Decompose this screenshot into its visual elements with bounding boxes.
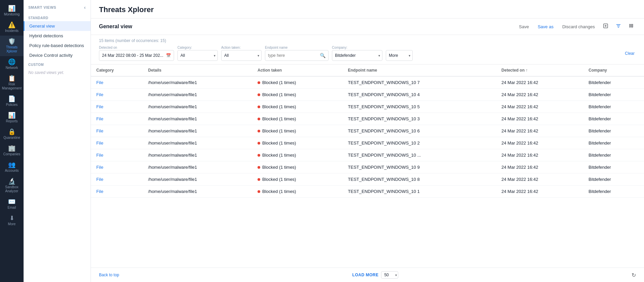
table-row[interactable]: File /home/user/malware/file1 Blocked (1…	[91, 149, 644, 161]
table-row[interactable]: File /home/user/malware/file1 Blocked (1…	[91, 137, 644, 149]
table-row[interactable]: File /home/user/malware/file1 Blocked (1…	[91, 113, 644, 125]
file-link-9[interactable]: File	[96, 189, 103, 194]
action-label-1: Blocked (1 times)	[262, 92, 296, 97]
more-filter-label: More	[389, 53, 410, 58]
cell-detected-on-8: 24 Mar 2022 16:42	[496, 173, 583, 186]
category-select[interactable]: All File Network	[180, 53, 215, 58]
filter-control-more[interactable]: More ▾	[386, 50, 413, 61]
sv-item-general-view[interactable]: General view	[24, 21, 91, 31]
sidebar-item-threats-xplorer[interactable]: 🛡️ Threats Xplorer	[0, 36, 24, 56]
cell-detected-on-4: 24 Mar 2022 16:42	[496, 125, 583, 137]
more-icon: ⬇	[9, 215, 14, 221]
cell-action-taken-2: Blocked (1 times)	[252, 101, 342, 113]
file-link-5[interactable]: File	[96, 140, 103, 146]
blocked-dot-2	[258, 106, 260, 108]
file-link-0[interactable]: File	[96, 80, 103, 85]
save-button[interactable]: Save	[516, 23, 532, 31]
blocked-dot-7	[258, 166, 260, 169]
sidebar-label-sandbox: Sandbox Analyzer	[1, 185, 22, 193]
clear-filter-button[interactable]: Clear	[623, 50, 636, 57]
table-row[interactable]: File /home/user/malware/file1 Blocked (1…	[91, 101, 644, 113]
filter-control-category[interactable]: All File Network ▾	[177, 50, 218, 61]
save-as-button[interactable]: Save as	[535, 23, 556, 31]
filter-group-category: Category: All File Network ▾	[177, 46, 218, 61]
filter-control-company[interactable]: Bitdefender ▾	[332, 50, 382, 61]
table-row[interactable]: File /home/user/malware/file1 Blocked (1…	[91, 161, 644, 173]
cell-action-taken-3: Blocked (1 times)	[252, 113, 342, 125]
export-icon-button[interactable]	[601, 22, 610, 31]
action-taken-select[interactable]: All Blocked Allowed	[224, 53, 259, 58]
filters-row: Detected on 24 Mar 2022 08:00 - 25 Mar 2…	[99, 46, 636, 61]
action-label-3: Blocked (1 times)	[262, 116, 296, 121]
filter-control-detected-on[interactable]: 24 Mar 2022 08:00 - 25 Mar 202... 📅	[99, 50, 174, 61]
cell-company-0: Bitdefender	[583, 76, 644, 89]
sidebar-item-companies[interactable]: 🏢 Companies	[0, 143, 24, 159]
endpoint-name-input[interactable]	[268, 53, 318, 58]
col-header-action-taken: Action taken	[252, 65, 342, 76]
sidebar-item-network[interactable]: 🌐 Network	[0, 56, 24, 73]
view-actions: Save Save as Discard changes	[516, 22, 636, 31]
file-link-6[interactable]: File	[96, 153, 103, 158]
cell-action-taken-8: Blocked (1 times)	[252, 173, 342, 186]
load-more-button[interactable]: LOAD MORE	[352, 273, 379, 277]
sidebar-item-email[interactable]: ✉️ Email	[0, 196, 24, 212]
sidebar-item-policies[interactable]: 📄 Policies	[0, 93, 24, 110]
file-link-7[interactable]: File	[96, 165, 103, 170]
col-header-detected-on[interactable]: Detected on ↑	[496, 65, 583, 76]
search-icon: 🔍	[320, 53, 326, 58]
company-select[interactable]: Bitdefender	[335, 53, 379, 58]
cell-action-taken-5: Blocked (1 times)	[252, 137, 342, 149]
filter-icon-button[interactable]	[614, 22, 623, 31]
file-link-3[interactable]: File	[96, 116, 103, 121]
sidebar-label-monitoring: Monitoring	[4, 12, 20, 16]
collapse-panel-button[interactable]: ‹	[84, 5, 86, 10]
file-link-8[interactable]: File	[96, 177, 103, 182]
sidebar-item-quarantine[interactable]: 🔒 Quarantine	[0, 126, 24, 143]
action-label-6: Blocked (1 times)	[262, 153, 296, 158]
columns-icon-button[interactable]	[626, 22, 636, 31]
load-more-count-select[interactable]: 50 100 200	[381, 271, 398, 279]
filter-control-action-taken[interactable]: All Blocked Allowed ▾	[221, 50, 262, 61]
filter-control-endpoint-name[interactable]: 🔍	[265, 50, 329, 61]
sidebar-item-reports[interactable]: 📊 Reports	[0, 110, 24, 126]
sidebar-item-sandbox-analyzer[interactable]: 🔬 Sandbox Analyzer	[0, 175, 24, 196]
sidebar-item-monitoring[interactable]: 📊 Monitoring	[0, 3, 24, 19]
email-icon: ✉️	[8, 199, 15, 205]
reports-icon: 📊	[8, 112, 15, 118]
sidebar-label-network: Network	[6, 66, 18, 70]
cell-details-0: /home/user/malware/file1	[143, 76, 252, 89]
sidebar-item-accounts[interactable]: 👥 Accounts	[0, 159, 24, 175]
table-row[interactable]: File /home/user/malware/file1 Blocked (1…	[91, 76, 644, 89]
back-to-top-button[interactable]: Back to top	[99, 273, 119, 277]
sidebar-item-risk-management[interactable]: 📋 Risk Management	[0, 73, 24, 93]
file-link-2[interactable]: File	[96, 104, 103, 109]
cell-category-1: File	[91, 89, 143, 101]
sidebar-label-accounts: Accounts	[5, 169, 19, 173]
sidebar-label-companies: Companies	[3, 152, 21, 156]
table-footer: Back to top LOAD MORE 50 100 200 ▾ ↻	[91, 268, 644, 282]
table-row[interactable]: File /home/user/malware/file1 Blocked (1…	[91, 173, 644, 186]
refresh-button[interactable]: ↻	[632, 272, 636, 278]
blocked-dot-6	[258, 154, 260, 157]
sandbox-icon: 🔬	[8, 178, 15, 184]
load-more-group: LOAD MORE 50 100 200 ▾	[352, 271, 399, 279]
incidents-icon: ⚠️	[8, 22, 15, 28]
file-link-4[interactable]: File	[96, 128, 103, 133]
sidebar-item-incidents[interactable]: ⚠️ Incidents	[0, 19, 24, 36]
sv-item-policy-rule-based[interactable]: Policy rule-based detections	[24, 41, 91, 50]
sidebar-item-more[interactable]: ⬇ More	[0, 212, 24, 229]
table-row[interactable]: File /home/user/malware/file1 Blocked (1…	[91, 125, 644, 137]
cell-details-3: /home/user/malware/file1	[143, 113, 252, 125]
policies-icon: 📄	[8, 96, 15, 102]
discard-button[interactable]: Discard changes	[560, 23, 598, 31]
action-label-8: Blocked (1 times)	[262, 177, 296, 182]
table-row[interactable]: File /home/user/malware/file1 Blocked (1…	[91, 89, 644, 101]
table-row[interactable]: File /home/user/malware/file1 Blocked (1…	[91, 186, 644, 198]
sv-item-device-control[interactable]: Device Control activity	[24, 50, 91, 60]
action-label-4: Blocked (1 times)	[262, 128, 296, 133]
file-link-1[interactable]: File	[96, 92, 103, 97]
cell-company-4: Bitdefender	[583, 125, 644, 137]
sv-item-hybrid-detections[interactable]: Hybrid detections	[24, 31, 91, 41]
blocked-dot-3	[258, 118, 260, 120]
filter-label-action-taken: Action taken:	[221, 46, 262, 49]
